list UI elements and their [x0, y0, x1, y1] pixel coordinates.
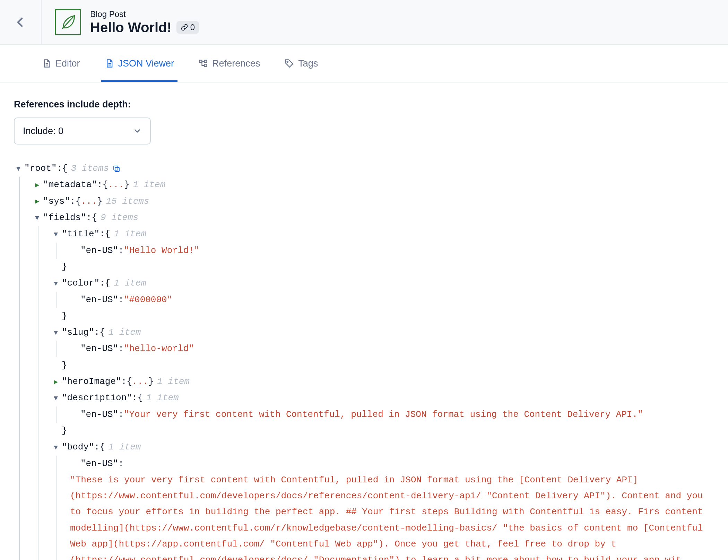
json-key: "en-US": [80, 341, 118, 357]
header-main: Blog Post Hello World! 0: [42, 9, 199, 35]
json-key: "metadata": [43, 177, 97, 193]
json-key: "en-US": [80, 292, 118, 308]
json-key: "heroImage": [62, 374, 121, 390]
depth-select-value: Include: 0: [23, 126, 63, 137]
back-button[interactable]: [0, 0, 42, 44]
content-type-icon: [55, 9, 81, 35]
json-key: "title": [62, 226, 99, 242]
toggle-icon[interactable]: [51, 444, 60, 451]
tab-tags[interactable]: Tags: [284, 45, 318, 82]
json-meta: 15 items: [106, 193, 149, 210]
entry-icon: [42, 59, 51, 68]
json-value: "#000000": [124, 292, 172, 308]
svg-rect-4: [115, 167, 119, 172]
json-node-root[interactable]: "root" : { 3 items: [14, 160, 714, 177]
tab-editor-label: Editor: [55, 58, 80, 69]
page-title: Hello World!: [90, 20, 172, 35]
toggle-icon[interactable]: [51, 280, 60, 287]
references-count: 0: [190, 23, 195, 32]
json-key: "en-US": [80, 406, 118, 423]
json-meta: 1 item: [133, 177, 166, 193]
json-node-description[interactable]: "description" : { 1 item: [51, 390, 714, 406]
svg-rect-5: [114, 166, 118, 170]
svg-rect-2: [205, 64, 207, 67]
header-bar: Blog Post Hello World! 0: [0, 0, 728, 45]
copy-button[interactable]: [112, 165, 121, 173]
json-leaf: "en-US" : "Hello World!": [70, 243, 714, 259]
json-meta: 1 item: [157, 374, 190, 390]
tab-references-label: References: [212, 58, 260, 69]
entry-icon: [104, 59, 114, 68]
json-node-body[interactable]: "body" : { 1 item: [51, 439, 714, 455]
depth-select[interactable]: Include: 0: [14, 117, 151, 145]
toggle-icon[interactable]: [33, 182, 42, 189]
depth-label: References include depth:: [14, 99, 714, 110]
json-leaf: "en-US" :: [70, 456, 714, 472]
json-key: "slug": [62, 324, 94, 341]
content-area: References include depth: Include: 0 "ro…: [0, 82, 728, 560]
json-node-color[interactable]: "color" : { 1 item: [51, 275, 714, 291]
json-meta: 1 item: [114, 275, 146, 291]
tab-editor[interactable]: Editor: [42, 45, 80, 82]
json-node-metadata[interactable]: "metadata" : {...} 1 item: [33, 177, 714, 193]
json-meta: 1 item: [114, 226, 146, 242]
chevron-down-icon: [133, 126, 142, 135]
tab-references[interactable]: References: [198, 45, 260, 82]
json-node-heroimage[interactable]: "heroImage" : {...} 1 item: [51, 374, 714, 390]
json-node-title[interactable]: "title" : { 1 item: [51, 226, 714, 242]
json-value: "Hello World!": [124, 243, 199, 259]
content-type-label: Blog Post: [90, 9, 199, 19]
json-value: "Your very first content with Contentful…: [124, 406, 643, 423]
chevron-left-icon: [15, 16, 26, 28]
json-value: "These is your very first content with C…: [70, 472, 714, 560]
tab-json-viewer[interactable]: JSON Viewer: [104, 45, 174, 82]
json-node-sys[interactable]: "sys" : {...} 15 items: [33, 193, 714, 210]
json-key: "en-US": [80, 243, 118, 259]
toggle-icon[interactable]: [51, 395, 60, 402]
tab-json-viewer-label: JSON Viewer: [118, 58, 174, 69]
json-key: "sys": [43, 193, 70, 210]
toggle-icon[interactable]: [14, 166, 23, 173]
json-leaf: "en-US" : "hello-world": [70, 341, 714, 357]
json-key: "en-US": [80, 456, 118, 472]
toggle-icon[interactable]: [51, 330, 60, 336]
leaf-icon: [58, 12, 78, 32]
toggle-icon[interactable]: [33, 215, 42, 222]
json-meta: 1 item: [109, 324, 141, 341]
json-node-fields[interactable]: "fields" : { 9 items: [33, 210, 714, 226]
references-chip[interactable]: 0: [176, 21, 199, 34]
json-meta: 3 items: [71, 160, 109, 177]
json-key: "color": [62, 275, 99, 291]
json-key: "fields": [43, 210, 86, 226]
svg-point-3: [287, 61, 288, 63]
json-leaf: "en-US" : "Your very first content with …: [70, 406, 714, 423]
svg-rect-1: [205, 60, 207, 63]
json-key: "description": [62, 390, 132, 406]
json-tree: "root" : { 3 items "metadata" : {...} 1 …: [14, 160, 714, 560]
tag-icon: [284, 59, 294, 68]
toggle-icon[interactable]: [51, 379, 60, 386]
json-key: "body": [62, 439, 94, 455]
references-icon: [198, 59, 208, 68]
toggle-icon[interactable]: [33, 198, 42, 205]
toggle-icon[interactable]: [51, 231, 60, 238]
json-meta: 1 item: [146, 390, 179, 406]
json-meta: 1 item: [109, 439, 141, 455]
link-icon: [181, 24, 188, 31]
json-meta: 9 items: [101, 210, 138, 226]
tabs: Editor JSON Viewer References Tags: [0, 45, 728, 82]
json-leaf: "en-US" : "#000000": [70, 292, 714, 308]
json-node-slug[interactable]: "slug" : { 1 item: [51, 324, 714, 341]
tab-tags-label: Tags: [298, 58, 318, 69]
json-value: "hello-world": [124, 341, 194, 357]
json-key: "root": [24, 160, 57, 177]
